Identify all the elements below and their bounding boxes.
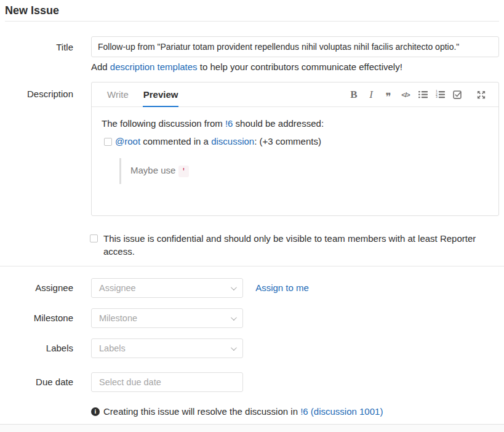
title-row: Title Add description templates to help … — [5, 36, 499, 72]
editor-toolbar: B I ❞ </> 123 — [345, 82, 490, 106]
preview-line: The following discussion from !6 should … — [102, 118, 489, 130]
code-button[interactable]: </> — [397, 86, 414, 103]
task-list-icon — [453, 90, 462, 99]
header-divider — [5, 21, 499, 22]
due-date-input[interactable] — [91, 372, 243, 392]
inline-code: ' — [178, 166, 190, 177]
fullscreen-icon — [477, 90, 486, 99]
milestone-label: Milestone — [5, 308, 73, 323]
fullscreen-button[interactable] — [473, 86, 490, 103]
description-label: Description — [5, 82, 73, 216]
markdown-editor: Write Preview B I ❞ </> 123 — [91, 82, 499, 216]
title-input[interactable] — [91, 36, 499, 57]
new-issue-form: Title Add description templates to help … — [0, 36, 504, 417]
resolve-discussion-link[interactable]: !6 (discussion 1001) — [300, 406, 383, 417]
quote-button[interactable]: ❞ — [380, 86, 397, 103]
bullet-list-button[interactable] — [414, 86, 431, 103]
labels-row: Labels Labels — [5, 338, 499, 358]
assign-to-me-link[interactable]: Assign to me — [255, 278, 309, 298]
chevron-down-icon — [231, 284, 237, 290]
description-templates-link[interactable]: description templates — [110, 62, 198, 72]
description-row: Description Write Preview B I ❞ </> — [5, 82, 499, 216]
resolve-note-row: i Creating this issue will resolve the d… — [5, 406, 499, 417]
tab-preview[interactable]: Preview — [143, 82, 179, 107]
assignee-row: Assignee Assignee Assign to me — [5, 278, 499, 298]
task-list: @root commented in a discussion: (+3 com… — [102, 135, 489, 184]
discussion-link[interactable]: discussion — [211, 136, 254, 146]
task-list-item: @root commented in a discussion: (+3 com… — [104, 135, 489, 184]
title-help-text: Add description templates to help your c… — [91, 62, 499, 72]
confidential-label: This issue is confidential and should on… — [103, 233, 488, 258]
svg-text:3: 3 — [436, 95, 438, 98]
assignee-label: Assignee — [5, 278, 73, 293]
numbered-list-button[interactable]: 123 — [431, 86, 449, 103]
code-icon: </> — [401, 91, 410, 98]
assignee-dropdown-value: Assignee — [99, 283, 136, 293]
due-date-label: Due date — [5, 372, 73, 387]
milestone-row: Milestone Milestone — [5, 308, 499, 328]
due-date-row: Due date — [5, 372, 499, 392]
labels-dropdown-value: Labels — [99, 343, 126, 353]
section-divider — [0, 266, 504, 266]
merge-request-link[interactable]: !6 — [225, 118, 233, 129]
confidential-option: This issue is confidential and should on… — [90, 233, 499, 258]
task-list-button[interactable] — [449, 86, 466, 103]
milestone-dropdown-value: Milestone — [99, 313, 137, 323]
tab-write[interactable]: Write — [106, 82, 129, 107]
bold-icon: B — [350, 89, 357, 101]
description-preview: The following discussion from !6 should … — [92, 107, 498, 194]
form-actions-bar — [0, 424, 504, 432]
bold-button[interactable]: B — [345, 86, 362, 103]
assignee-dropdown[interactable]: Assignee — [91, 278, 243, 298]
chevron-down-icon — [231, 345, 237, 351]
confidential-checkbox[interactable] — [90, 234, 98, 242]
editor-header: Write Preview B I ❞ </> 123 — [92, 82, 498, 107]
labels-dropdown[interactable]: Labels — [91, 338, 243, 358]
milestone-dropdown[interactable]: Milestone — [91, 308, 243, 328]
confidential-row: This issue is confidential and should on… — [5, 233, 499, 258]
labels-label: Labels — [5, 338, 73, 353]
task-checkbox — [104, 138, 112, 146]
editor-tabs: Write Preview — [106, 82, 192, 106]
user-link[interactable]: @root — [115, 136, 140, 146]
quoted-comment: Maybe use ' — [119, 158, 489, 184]
italic-icon: I — [369, 89, 373, 101]
chevron-down-icon — [231, 314, 237, 321]
italic-button[interactable]: I — [362, 86, 380, 103]
title-label: Title — [5, 36, 73, 72]
resolve-note-text: Creating this issue will resolve the dis… — [103, 406, 383, 417]
page-title: New Issue — [5, 4, 499, 17]
bullet-list-icon — [418, 90, 428, 99]
info-icon: i — [91, 407, 100, 416]
quote-icon: ❞ — [385, 94, 391, 100]
numbered-list-icon: 123 — [436, 90, 445, 99]
